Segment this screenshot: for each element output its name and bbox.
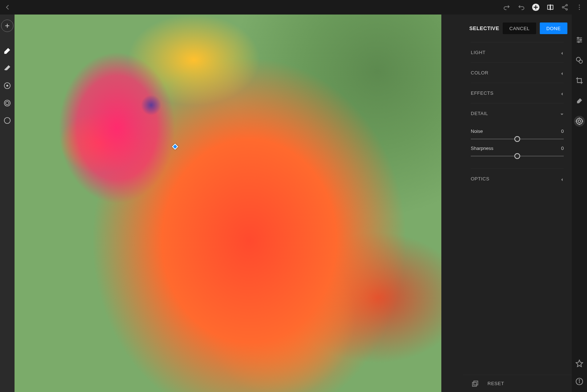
svg-point-9	[579, 5, 580, 6]
section-body-detail: Noise 0 Sharpness 0	[471, 123, 564, 168]
svg-line-7	[564, 5, 566, 7]
redo-icon[interactable]	[503, 3, 511, 11]
svg-point-16	[4, 100, 11, 106]
slider-sharpness[interactable]	[471, 152, 564, 160]
svg-point-27	[576, 118, 583, 124]
top-bar	[0, 0, 587, 15]
share-icon[interactable]	[561, 3, 569, 11]
slider-label-noise: Noise	[471, 128, 483, 134]
add-brush-button[interactable]	[1, 20, 13, 32]
svg-rect-37	[474, 381, 478, 385]
svg-point-15	[7, 85, 8, 86]
healing-brush-icon[interactable]	[574, 55, 585, 66]
section-label: COLOR	[471, 70, 489, 75]
back-icon[interactable]	[4, 3, 12, 11]
section-header-detail[interactable]: DETAIL	[471, 103, 564, 123]
svg-point-22	[578, 37, 579, 39]
svg-point-11	[579, 9, 580, 10]
slider-thumb[interactable]	[514, 136, 520, 142]
edit-panel: SELECTIVE CANCEL DONE LIGHT COLOR EFFECT…	[463, 15, 572, 392]
section-label: DETAIL	[471, 111, 488, 116]
brush-tool[interactable]	[1, 44, 14, 57]
slider-value-sharpness: 0	[561, 146, 564, 151]
section-label: LIGHT	[471, 50, 486, 55]
svg-point-10	[579, 7, 580, 8]
ellipse-mask-tool[interactable]	[1, 114, 14, 127]
panel-footer: RESET	[463, 375, 572, 392]
svg-point-35	[579, 380, 580, 380]
section-label: OPTICS	[471, 176, 489, 181]
edited-photo	[15, 15, 441, 392]
section-label: EFFECTS	[471, 90, 494, 96]
section-header-optics[interactable]: OPTICS	[471, 168, 564, 189]
svg-line-8	[564, 8, 566, 9]
right-tool-rail	[572, 15, 587, 392]
cancel-button[interactable]: CANCEL	[503, 23, 536, 34]
crop-icon[interactable]	[574, 75, 585, 86]
slider-thumb[interactable]	[514, 153, 520, 159]
chevron-down-icon	[560, 112, 564, 115]
section-header-effects[interactable]: EFFECTS	[471, 83, 564, 103]
undo-icon[interactable]	[517, 3, 525, 11]
slider-label-sharpness: Sharpness	[471, 146, 493, 151]
previous-version-icon[interactable]	[471, 379, 479, 388]
panel-title: SELECTIVE	[469, 25, 499, 31]
more-icon[interactable]	[575, 3, 583, 11]
svg-point-24	[578, 41, 579, 43]
section-header-color[interactable]: COLOR	[471, 62, 564, 83]
local-brush-icon[interactable]	[574, 95, 585, 106]
svg-rect-1	[548, 5, 550, 9]
add-photo-icon[interactable]	[532, 3, 540, 11]
svg-point-28	[578, 120, 580, 122]
chevron-left-icon	[560, 91, 564, 95]
section-header-light[interactable]: LIGHT	[471, 42, 564, 62]
svg-rect-36	[473, 382, 477, 386]
slider-value-noise: 0	[561, 128, 564, 134]
chevron-left-icon	[560, 71, 564, 75]
radial-mask-tool[interactable]	[1, 79, 14, 92]
before-after-icon[interactable]	[546, 3, 554, 11]
reset-button[interactable]: RESET	[487, 381, 504, 386]
done-button[interactable]: DONE	[540, 23, 567, 34]
presets-icon[interactable]	[574, 116, 585, 127]
chevron-left-icon	[560, 51, 564, 54]
slider-noise[interactable]	[471, 135, 564, 143]
svg-point-26	[579, 60, 582, 63]
info-icon[interactable]	[574, 376, 585, 387]
svg-point-23	[580, 39, 582, 41]
svg-point-25	[576, 57, 580, 61]
chevron-left-icon	[560, 177, 564, 181]
left-tool-rail	[0, 15, 15, 392]
eraser-tool[interactable]	[1, 62, 14, 75]
svg-rect-2	[551, 5, 553, 9]
svg-point-17	[5, 101, 9, 105]
rating-star-icon[interactable]	[574, 358, 585, 369]
image-canvas[interactable]	[15, 15, 463, 392]
svg-point-18	[4, 118, 11, 124]
gradient-mask-tool[interactable]	[1, 97, 14, 110]
adjustments-icon[interactable]	[574, 34, 585, 45]
